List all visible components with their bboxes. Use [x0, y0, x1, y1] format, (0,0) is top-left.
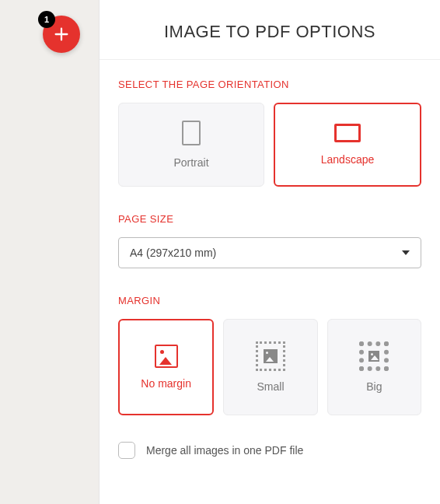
margin-big[interactable]: Big — [327, 319, 421, 415]
margin-small-label: Small — [257, 380, 284, 394]
plus-icon — [53, 26, 70, 43]
options-panel: IMAGE TO PDF OPTIONS SELECT THE PAGE ORI… — [100, 0, 440, 504]
chevron-down-icon — [402, 250, 410, 255]
pagesize-value: A4 (297x210 mm) — [130, 247, 216, 259]
merge-checkbox[interactable] — [118, 442, 135, 459]
no-margin-icon — [155, 345, 178, 368]
pagesize-select[interactable]: A4 (297x210 mm) — [118, 237, 421, 268]
margin-small[interactable]: Small — [223, 319, 317, 415]
file-count-badge: 1 — [38, 11, 55, 28]
orientation-portrait[interactable]: Portrait — [118, 103, 264, 187]
landscape-icon — [334, 124, 361, 142]
orientation-options: Portrait Landscape — [118, 103, 421, 187]
portrait-icon — [182, 121, 201, 145]
margin-label: MARGIN — [118, 295, 421, 306]
margin-none[interactable]: No margin — [118, 319, 214, 415]
left-sidebar: 1 — [0, 0, 100, 504]
big-margin-icon — [359, 341, 389, 371]
margin-big-label: Big — [366, 380, 382, 394]
panel-title: IMAGE TO PDF OPTIONS — [100, 0, 440, 60]
pagesize-label: PAGE SIZE — [118, 213, 421, 225]
panel-body: SELECT THE PAGE ORIENTATION Portrait Lan… — [100, 60, 440, 459]
margin-none-label: No margin — [141, 377, 191, 390]
orientation-landscape[interactable]: Landscape — [274, 103, 421, 187]
merge-row: Merge all images in one PDF file — [118, 442, 421, 459]
margin-options: No margin Small Big — [118, 319, 421, 415]
add-button[interactable]: 1 — [43, 16, 80, 53]
portrait-label: Portrait — [173, 156, 208, 169]
merge-label: Merge all images in one PDF file — [146, 444, 303, 457]
small-margin-icon — [256, 341, 285, 371]
landscape-label: Landscape — [321, 153, 375, 166]
orientation-label: SELECT THE PAGE ORIENTATION — [118, 79, 421, 90]
pagesize-select-wrap: A4 (297x210 mm) — [118, 237, 421, 268]
